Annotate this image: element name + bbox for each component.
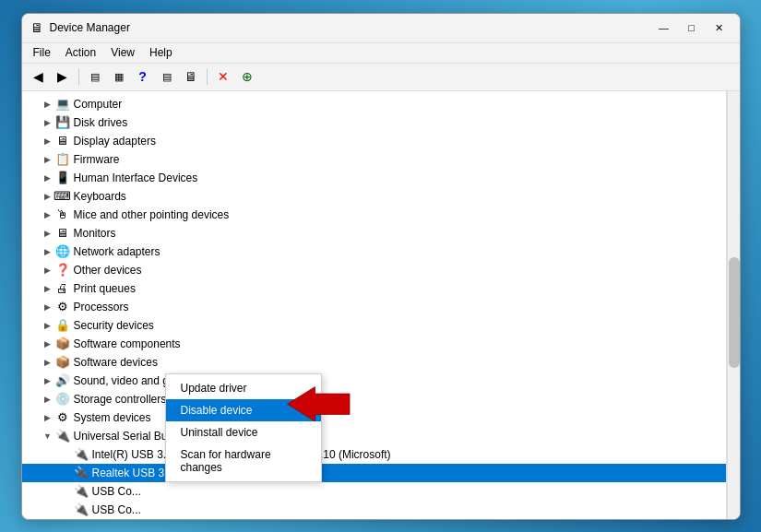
hid-icon: 📱 xyxy=(55,171,70,185)
toolbar: ◀ ▶ ▤ ▦ ? ▤ 🖥 ✕ ⊕ xyxy=(22,64,740,91)
tree-item-other[interactable]: ▶ ❓ Other devices xyxy=(22,261,726,279)
tree-item-disk[interactable]: ▶ 💾 Disk drives xyxy=(22,113,726,132)
disk-label: Disk drives xyxy=(74,116,128,129)
expand-usb[interactable]: ▼ xyxy=(41,429,55,443)
window-controls: — □ ✕ xyxy=(651,18,732,37)
tree-item-system[interactable]: ▶ ⚙ System devices xyxy=(22,408,726,427)
other-icon: ❓ xyxy=(55,263,70,278)
toolbar-btn-2[interactable]: ▦ xyxy=(108,65,130,88)
tree-item-firmware[interactable]: ▶ 📋 Firmware xyxy=(22,150,726,169)
separator-2 xyxy=(207,68,208,85)
help-btn[interactable]: ? xyxy=(132,65,154,88)
expand-sound[interactable]: ▶ xyxy=(41,373,55,388)
sound-icon: 🔊 xyxy=(55,373,70,388)
tree-item-usb[interactable]: ▼ 🔌 Universal Serial Bus controllers xyxy=(22,427,726,445)
toolbar-btn-3[interactable]: ▤ xyxy=(156,65,178,88)
sw-dev-label: Software devices xyxy=(74,356,158,369)
expand-system[interactable]: ▶ xyxy=(41,410,55,425)
tree-item-sw-dev[interactable]: ▶ 📦 Software devices xyxy=(22,353,726,372)
tree-item-sw-comp[interactable]: ▶ 📦 Software components xyxy=(22,335,726,353)
expand-storage[interactable]: ▶ xyxy=(41,392,55,407)
monitors-icon: 🖥 xyxy=(55,226,70,241)
processors-label: Processors xyxy=(74,301,129,313)
ctx-scan[interactable]: Scan for hardware changes xyxy=(166,443,321,479)
expand-security[interactable]: ▶ xyxy=(41,318,55,333)
sw-comp-label: Software components xyxy=(74,337,181,350)
close-button[interactable]: ✕ xyxy=(707,18,732,37)
red-arrow-svg xyxy=(280,384,363,431)
usb-c2-icon: 🔌 xyxy=(74,502,89,517)
expand-network[interactable]: ▶ xyxy=(41,244,55,259)
spacer-realtek xyxy=(59,466,74,480)
expand-firmware[interactable]: ▶ xyxy=(41,152,55,167)
toolbar-btn-1[interactable]: ▤ xyxy=(84,65,106,88)
firmware-label: Firmware xyxy=(74,153,120,166)
tree-item-keyboards[interactable]: ▶ ⌨ Keyboards xyxy=(22,187,726,206)
print-label: Print queues xyxy=(74,282,136,295)
system-label: System devices xyxy=(74,411,151,424)
tree-item-mice[interactable]: ▶ 🖱 Mice and other pointing devices xyxy=(22,206,726,224)
usb-realtek-icon: 🔌 xyxy=(74,466,89,480)
tree-item-monitors[interactable]: ▶ 🖥 Monitors xyxy=(22,224,726,242)
tree-item-network[interactable]: ▶ 🌐 Network adapters xyxy=(22,242,726,261)
menu-file[interactable]: File xyxy=(26,44,58,61)
tree-item-computer[interactable]: ▶ 💻 Computer xyxy=(22,95,726,113)
expand-hid[interactable]: ▶ xyxy=(41,171,55,185)
tree-item-usb-c1[interactable]: 🔌 USB Co... xyxy=(22,482,726,501)
svg-marker-0 xyxy=(287,386,350,421)
tree-item-hid[interactable]: ▶ 📱 Human Interface Devices xyxy=(22,169,726,187)
tree-item-storage[interactable]: ▶ 💿 Storage controllers xyxy=(22,390,726,408)
computer-label: Computer xyxy=(74,98,123,111)
menu-action[interactable]: Action xyxy=(58,44,103,61)
menu-help[interactable]: Help xyxy=(142,44,180,61)
tree-item-security[interactable]: ▶ 🔒 Security devices xyxy=(22,316,726,335)
expand-display[interactable]: ▶ xyxy=(41,134,55,148)
back-button[interactable]: ◀ xyxy=(28,65,50,88)
scrollbar-thumb[interactable] xyxy=(729,257,740,368)
security-icon: 🔒 xyxy=(55,318,70,333)
display-label: Display adapters xyxy=(74,135,156,148)
expand-sw-comp[interactable]: ▶ xyxy=(41,337,55,351)
print-icon: 🖨 xyxy=(55,281,70,296)
scrollbar[interactable] xyxy=(727,91,740,519)
maximize-button[interactable]: □ xyxy=(679,18,705,37)
add-btn[interactable]: ⊕ xyxy=(236,65,258,88)
expand-disk[interactable]: ▶ xyxy=(41,115,55,130)
tree-item-usb-intel[interactable]: 🔌 Intel(R) USB 3.1 eXtensible Host Contr… xyxy=(22,445,726,464)
expand-sw-dev[interactable]: ▶ xyxy=(41,355,55,370)
remove-btn[interactable]: ✕ xyxy=(212,65,234,88)
separator-1 xyxy=(78,68,79,85)
tree-item-display[interactable]: ▶ 🖥 Display adapters xyxy=(22,132,726,150)
expand-mice[interactable]: ▶ xyxy=(41,207,55,222)
window-title: Device Manager xyxy=(50,21,651,34)
usb-c2-label: USB Co... xyxy=(92,503,141,516)
tree-item-usb-c2[interactable]: 🔌 USB Co... xyxy=(22,501,726,519)
expand-print[interactable]: ▶ xyxy=(41,281,55,296)
display-icon: 🖥 xyxy=(55,134,70,148)
computer-icon: 💻 xyxy=(55,97,70,112)
usb-icon: 🔌 xyxy=(55,429,70,443)
keyboards-label: Keyboards xyxy=(74,190,126,203)
tree-item-processors[interactable]: ▶ ⚙ Processors xyxy=(22,298,726,316)
network-icon: 🌐 xyxy=(55,244,70,259)
keyboards-icon: ⌨ xyxy=(55,189,70,204)
minimize-button[interactable]: — xyxy=(651,18,677,37)
tree-item-usb-realtek[interactable]: 🔌 Realtek USB 3.0 Card Reader xyxy=(22,464,726,482)
sw-dev-icon: 📦 xyxy=(55,355,70,370)
title-bar: 🖥 Device Manager — □ ✕ xyxy=(22,14,740,43)
expand-other[interactable]: ▶ xyxy=(41,263,55,278)
storage-label: Storage controllers xyxy=(74,393,167,406)
expand-computer[interactable]: ▶ xyxy=(41,97,55,112)
content-area: ▶ 💻 Computer ▶ 💾 Disk drives ▶ 🖥 Display… xyxy=(22,91,740,519)
expand-processors[interactable]: ▶ xyxy=(41,300,55,314)
device-tree[interactable]: ▶ 💻 Computer ▶ 💾 Disk drives ▶ 🖥 Display… xyxy=(22,91,727,519)
spacer-intel xyxy=(59,447,74,462)
forward-button[interactable]: ▶ xyxy=(52,65,74,88)
system-icon: ⚙ xyxy=(55,410,70,425)
device-manager-window: 🖥 Device Manager — □ ✕ File Action View … xyxy=(21,13,741,520)
expand-monitors[interactable]: ▶ xyxy=(41,226,55,241)
tree-item-print[interactable]: ▶ 🖨 Print queues xyxy=(22,279,726,298)
toolbar-btn-4[interactable]: 🖥 xyxy=(180,65,202,88)
tree-item-sound[interactable]: ▶ 🔊 Sound, video and game controllers xyxy=(22,372,726,390)
menu-view[interactable]: View xyxy=(103,44,142,61)
